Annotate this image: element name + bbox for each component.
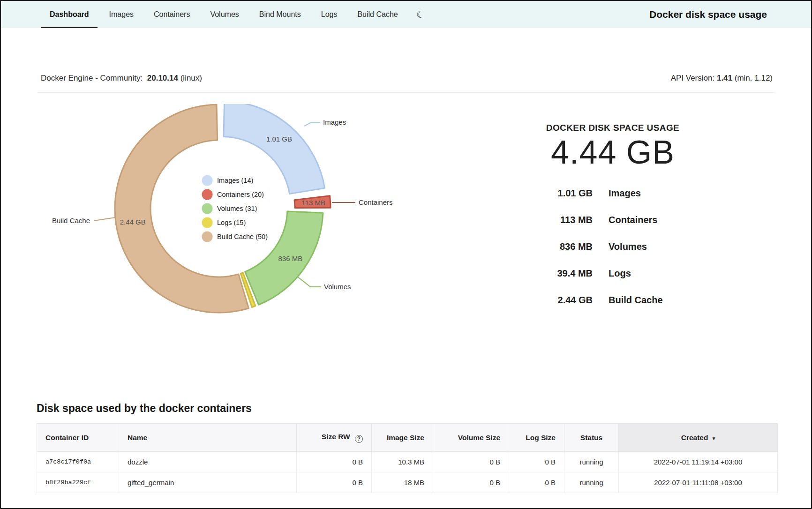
summary-row-images: 1.01 GBImages xyxy=(489,180,737,207)
summary-size: 39.4 MB xyxy=(489,268,593,279)
summary-row-logs: 39.4 MBLogs xyxy=(489,260,737,287)
column-header-image-size[interactable]: Image Size xyxy=(372,424,433,452)
legend-swatch-build-cache xyxy=(202,232,213,242)
legend-swatch-containers xyxy=(202,189,213,200)
summary-label: Logs xyxy=(609,268,631,279)
column-header-volume-size[interactable]: Volume Size xyxy=(433,424,509,452)
cell-status: running xyxy=(564,452,619,472)
summary-row-containers: 113 MBContainers xyxy=(489,207,737,233)
column-header-container-id[interactable]: Container ID xyxy=(37,424,119,452)
summary-size: 113 MB xyxy=(489,215,593,225)
callout-line-build-cache xyxy=(94,217,115,221)
nav-tab-images[interactable]: Images xyxy=(101,1,142,28)
cell-name: dozzle xyxy=(119,452,297,472)
table-row-dozzle: a7c8c17f0f0adozzle0 B10.3 MB0 B0 Brunnin… xyxy=(37,452,778,472)
summary-size: 836 MB xyxy=(489,241,593,252)
summary-heading: DOCKER DISK SPACE USAGE xyxy=(489,123,737,133)
legend-item-volumes[interactable]: Volumes (31) xyxy=(217,205,257,212)
callout-label-containers: Containers xyxy=(359,198,393,206)
app-title: Docker disk space usage xyxy=(649,9,767,20)
engine-platform: (linux) xyxy=(180,74,202,82)
nav-tab-containers[interactable]: Containers xyxy=(145,1,198,28)
cell-log-size: 0 B xyxy=(509,472,564,493)
cell-image-size: 10.3 MB xyxy=(372,452,433,472)
nav-tab-build-cache[interactable]: Build Cache xyxy=(349,1,406,28)
summary-row-build-cache: 2.44 GBBuild Cache xyxy=(489,287,737,314)
moon-icon[interactable]: ☾ xyxy=(416,9,425,20)
cell-volume-size: 0 B xyxy=(433,472,509,493)
cell-created: 2022-07-01 11:11:08 +03:00 xyxy=(619,472,778,493)
containers-table: Container IDNameSize RW ?Image SizeVolum… xyxy=(37,423,778,493)
arc-size-label-containers: 113 MB xyxy=(301,199,325,207)
arc-size-label-build-cache: 2.44 GB xyxy=(120,218,146,226)
summary-label: Build Cache xyxy=(609,295,663,306)
column-header-size-rw[interactable]: Size RW ? xyxy=(297,424,372,452)
donut-chart: 1.01 GBImages113 MBContainers836 MBVolum… xyxy=(20,104,432,367)
nav-tab-dashboard[interactable]: Dashboard xyxy=(41,1,98,28)
sort-desc-icon: ▾ xyxy=(713,435,715,441)
help-icon[interactable]: ? xyxy=(355,435,363,443)
legend-item-build-cache[interactable]: Build Cache (50) xyxy=(217,233,268,240)
summary-label: Images xyxy=(609,188,641,199)
engine-name: Docker Engine - Community: xyxy=(41,74,143,82)
arc-size-label-images: 1.01 GB xyxy=(266,135,292,143)
nav-tab-bind-mounts[interactable]: Bind Mounts xyxy=(251,1,309,28)
api-version: 1.41 xyxy=(717,74,732,82)
legend-item-containers[interactable]: Containers (20) xyxy=(217,191,264,198)
column-header-status[interactable]: Status xyxy=(564,424,619,452)
legend-item-logs[interactable]: Logs (15) xyxy=(217,219,246,226)
nav-tab-volumes[interactable]: Volumes xyxy=(202,1,247,28)
engine-info-row: Docker Engine - Community: 20.10.14 (lin… xyxy=(1,74,811,83)
containers-section: Disk space used by the docker containers… xyxy=(1,402,811,493)
callout-label-volumes: Volumes xyxy=(324,283,351,291)
cell-volume-size: 0 B xyxy=(433,452,509,472)
engine-version: 20.10.14 xyxy=(147,74,178,82)
summary-breakdown: 1.01 GBImages113 MBContainers836 MBVolum… xyxy=(489,180,737,314)
top-navigation: DashboardImagesContainersVolumesBind Mou… xyxy=(1,1,811,28)
api-version-text: API Version: 1.41 (min. 1.12) xyxy=(671,74,773,83)
cell-created: 2022-07-01 11:19:14 +03:00 xyxy=(619,452,778,472)
api-label: API Version: xyxy=(671,74,715,82)
legend-swatch-logs xyxy=(202,217,213,228)
callout-line-images xyxy=(304,123,320,126)
cell-container-id: b8f29ba229cf xyxy=(37,472,119,493)
cell-size-rw: 0 B xyxy=(297,452,372,472)
summary-label: Volumes xyxy=(609,241,647,252)
legend-swatch-volumes xyxy=(202,203,213,214)
api-min: (min. 1.12) xyxy=(735,74,773,82)
table-title: Disk space used by the docker containers xyxy=(37,402,775,415)
summary-size: 2.44 GB xyxy=(489,295,593,306)
cell-status: running xyxy=(564,472,619,493)
summary-label: Containers xyxy=(609,215,657,225)
column-header-log-size[interactable]: Log Size xyxy=(509,424,564,452)
engine-version-text: Docker Engine - Community: 20.10.14 (lin… xyxy=(41,74,202,83)
arc-size-label-volumes: 836 MB xyxy=(278,254,303,262)
summary-row-volumes: 836 MBVolumes xyxy=(489,233,737,260)
table-row-gifted-germain: b8f29ba229cfgifted_germain0 B18 MB0 B0 B… xyxy=(37,472,778,493)
legend-item-images[interactable]: Images (14) xyxy=(217,177,253,184)
summary-size: 1.01 GB xyxy=(489,188,593,199)
disk-usage-summary: DOCKER DISK SPACE USAGE 4.44 GB 1.01 GBI… xyxy=(489,93,737,314)
cell-image-size: 18 MB xyxy=(372,472,433,493)
column-header-name[interactable]: Name xyxy=(119,424,297,452)
disk-usage-overview: 1.01 GBImages113 MBContainers836 MBVolum… xyxy=(1,93,811,402)
nav-tabs: DashboardImagesContainersVolumesBind Mou… xyxy=(41,1,410,28)
callout-label-build-cache: Build Cache xyxy=(52,217,90,225)
cell-log-size: 0 B xyxy=(509,452,564,472)
cell-name: gifted_germain xyxy=(119,472,297,493)
summary-total: 4.44 GB xyxy=(489,135,737,170)
callout-line-volumes xyxy=(297,277,321,287)
callout-label-images: Images xyxy=(323,118,346,126)
cell-container-id: a7c8c17f0f0a xyxy=(37,452,119,472)
cell-size-rw: 0 B xyxy=(297,472,372,493)
table-header-row: Container IDNameSize RW ?Image SizeVolum… xyxy=(37,424,778,452)
column-header-created[interactable]: Created ▾ xyxy=(619,424,778,452)
legend-swatch-images xyxy=(202,175,213,186)
nav-tab-logs[interactable]: Logs xyxy=(313,1,346,28)
